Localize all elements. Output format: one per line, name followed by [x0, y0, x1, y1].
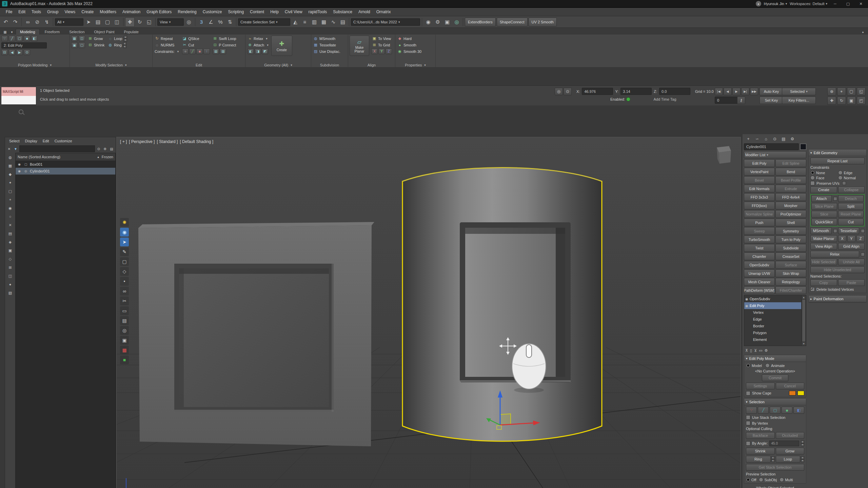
curve-editor-icon[interactable]: ∿	[329, 18, 338, 26]
ribbon-minimize-icon[interactable]: ▴	[860, 29, 866, 35]
explorer-menu-item[interactable]: Select	[6, 139, 22, 143]
display-toggle-icon[interactable]: ◍	[7, 154, 14, 160]
model-radio[interactable]: Model	[746, 363, 762, 368]
workspaces-dropdown[interactable]: Workspaces: Default	[790, 2, 827, 6]
ribbon-tab[interactable]: Populate	[119, 29, 143, 35]
display-toggle-icon[interactable]: ▦	[7, 163, 14, 169]
smooth-button[interactable]: ●Smooth	[397, 42, 417, 48]
menu-item[interactable]: Ornatrix	[373, 8, 394, 16]
pin-stack-icon[interactable]: ⊼	[745, 348, 748, 353]
select-outline-icon[interactable]: ▢	[79, 42, 85, 48]
cut-button[interactable]: ✂Cut	[181, 42, 210, 48]
create-button[interactable]: ✚ Create	[271, 36, 292, 56]
material-editor-icon[interactable]: ◉	[424, 18, 433, 26]
modifier-button[interactable]: Chamfer	[744, 252, 775, 260]
selection-lock-icon[interactable]: ⊙	[564, 88, 572, 95]
rect-region-icon[interactable]: ▢	[103, 18, 112, 26]
cage-color-swatch[interactable]	[789, 391, 796, 395]
scroll-up-icon[interactable]: ▲	[803, 296, 805, 299]
use-center-icon[interactable]: ◎	[184, 18, 193, 26]
viewport-nav-button[interactable]: ◱	[857, 87, 866, 96]
menu-item[interactable]: Modifiers	[97, 8, 119, 16]
rotate-icon[interactable]: ↻	[135, 18, 144, 26]
modifier-button[interactable]: Extrude	[775, 185, 806, 192]
border-mode-icon[interactable]: ▢	[16, 36, 23, 41]
viewport-3d-scene[interactable]	[117, 137, 741, 488]
y-coordinate-field[interactable]: 3.14	[620, 88, 652, 95]
subobject-mode-button[interactable]: ╱	[758, 407, 769, 414]
modifier-button[interactable]: FFD 3x3x3	[744, 193, 775, 201]
tessellate-button[interactable]: ▦Tessellate	[313, 42, 337, 48]
hide-unselected-button[interactable]: Hide Unselected	[810, 266, 865, 273]
display-toggle-icon[interactable]: ▧	[7, 290, 14, 296]
display-toggle-icon[interactable]: ✕	[7, 222, 14, 228]
explorer-menu-item[interactable]: Edit	[40, 139, 52, 143]
ring-button[interactable]: ◍Ring ▴▾	[107, 42, 127, 48]
ribbon-toggle-icon[interactable]: ▦	[319, 18, 328, 26]
align-x-button[interactable]: X	[371, 48, 378, 54]
configure-sets-icon[interactable]: ⚙	[765, 348, 768, 353]
viewport-nav-button[interactable]: ⊕	[827, 87, 836, 96]
slice-button[interactable]: Slice	[811, 211, 837, 218]
viewport-tool-icon[interactable]: ▢	[120, 257, 129, 266]
modifier-button[interactable]: Subdivide	[775, 244, 806, 252]
percent-snap-icon[interactable]: %	[216, 18, 225, 26]
modifier-button[interactable]: Symmetry	[775, 227, 806, 235]
playback-button[interactable]: ▶▶	[750, 88, 758, 95]
cage-selected-color-swatch[interactable]	[797, 391, 804, 395]
selected-set-dropdown[interactable]: Selected	[782, 88, 816, 95]
lock-icon[interactable]: ⊙	[96, 147, 101, 151]
explorer-column-header[interactable]: Name (Sorted Ascending) ▲ Frozen	[16, 153, 115, 161]
display-toggle-icon[interactable]: ⊞	[7, 264, 14, 270]
modifier-button[interactable]: Sweep	[744, 227, 775, 235]
relax-button[interactable]: Relax	[810, 251, 859, 258]
menu-item[interactable]: Scripting	[225, 8, 247, 16]
quickslice-button[interactable]: QuickSlice	[811, 219, 837, 225]
modifier-list-dropdown[interactable]: Modifier List	[744, 151, 806, 158]
tessellate-settings-icon[interactable]	[861, 229, 865, 233]
explorer-menu-item[interactable]: Display	[22, 139, 40, 143]
pin-stack-icon[interactable]: ⊙	[24, 49, 30, 55]
viewport-tool-icon[interactable]: •	[120, 277, 129, 286]
p-connect-button[interactable]: ⊡P Connect	[212, 42, 237, 48]
viewport-tool-icon[interactable]: ◉	[120, 228, 129, 237]
menu-item[interactable]: Tools	[28, 8, 44, 16]
selection-filter-dropdown[interactable]: All	[55, 18, 83, 26]
angle-snap-icon[interactable]: ∠	[206, 18, 215, 26]
menu-item[interactable]: Content	[247, 8, 267, 16]
user-avatar-icon[interactable]: ●	[756, 1, 761, 6]
modifier-button[interactable]: Fillet/Chamfer	[775, 286, 806, 294]
viewport-nav-button[interactable]: ⌖	[837, 87, 846, 96]
modifier-button[interactable]: VertexPaint	[744, 168, 775, 176]
display-toggle-icon[interactable]: ◆	[7, 171, 14, 177]
previous-mode-icon[interactable]: ◀	[9, 49, 15, 55]
clear-search-icon[interactable]: ✕	[6, 147, 12, 151]
hard-button[interactable]: ◆Hard	[397, 36, 412, 41]
swift-loop-button[interactable]: ⊞Swift Loop	[212, 36, 237, 41]
nurms-button[interactable]: ◌NURMS	[154, 42, 179, 48]
show-cage-checkbox[interactable]	[746, 391, 750, 395]
modifier-button[interactable]: Surface	[775, 261, 806, 269]
scale-icon[interactable]: ◱	[145, 18, 154, 26]
viewport-menu-standard[interactable]: [ Standard ]	[157, 139, 178, 144]
menu-item[interactable]: Animation	[119, 8, 143, 16]
attach-list-icon[interactable]	[833, 197, 837, 201]
modifier-button[interactable]: PathDeform (WSM)	[744, 286, 775, 294]
cancel-button[interactable]: Cancel	[776, 383, 805, 389]
display-toggle-icon[interactable]: ◈	[7, 239, 14, 245]
preview-subobj-radio[interactable]: SubObj	[759, 477, 777, 482]
window-crossing-icon[interactable]: ◫	[113, 18, 121, 26]
modifier-button[interactable]: FFD(box)	[744, 202, 775, 209]
unlink-icon[interactable]: ⊘	[33, 18, 42, 26]
explorer-settings-icon[interactable]: ⚙	[102, 147, 108, 151]
polygon-mode-icon[interactable]: ■	[24, 36, 30, 41]
viewport-nav-button[interactable]: ✚	[827, 97, 836, 105]
cut-button[interactable]: Cut	[838, 219, 864, 225]
slice-plane-button[interactable]: Slice Plane	[811, 203, 837, 210]
menu-item[interactable]: Help	[267, 8, 282, 16]
playback-button[interactable]: ▶	[732, 88, 741, 95]
visibility-icon[interactable]: ◉	[17, 169, 22, 173]
modifier-button[interactable]: Bend	[775, 168, 806, 176]
paste-button[interactable]: Paste	[838, 279, 865, 286]
settings-button[interactable]: Settings	[746, 383, 775, 389]
